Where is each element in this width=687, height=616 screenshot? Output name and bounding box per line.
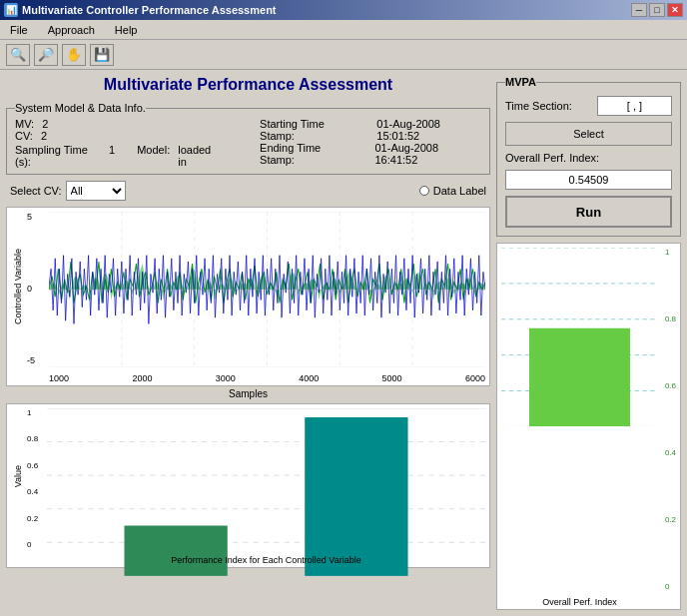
sampling-label: Sampling Time (s): (15, 144, 101, 168)
svg-rect-15 (124, 525, 227, 575)
x-axis-label: Samples (6, 388, 490, 399)
mv-label: MV: (15, 118, 34, 130)
toolbar: 🔍 🔎 ✋ 💾 (0, 40, 687, 70)
cv-label: CV: (15, 130, 33, 142)
title-bar: 📊 Multivariate Controller Performance As… (0, 0, 687, 20)
close-button[interactable]: ✕ (667, 3, 683, 17)
maximize-button[interactable]: □ (649, 3, 665, 17)
cv-value: 2 (41, 130, 47, 142)
menu-help[interactable]: Help (109, 22, 144, 38)
model-label: Model: (137, 144, 170, 168)
y-tick-0: 0 (27, 284, 47, 294)
select-button[interactable]: Select (505, 122, 672, 146)
main-chart: Controlled Variable 5 0 -5 (6, 207, 490, 386)
minimize-button[interactable]: ─ (631, 3, 647, 17)
page-title: Multivariate Performance Assessment (6, 76, 490, 94)
pan-button[interactable]: ✋ (62, 44, 86, 66)
bar-chart-svg: 1 2 (47, 408, 485, 576)
system-model-legend: System Model & Data Info. (15, 102, 146, 114)
starting-value: 01-Aug-2008 15:01:52 (376, 118, 481, 142)
menu-bar: File Approach Help (0, 20, 687, 40)
x-tick-2000: 2000 (132, 373, 152, 383)
mvpa-legend: MVPA (505, 76, 536, 88)
bar-chart: Value 1 0.8 0.6 0.4 0.2 0 (6, 403, 490, 568)
overall-perf-value[interactable] (505, 170, 672, 190)
y-tick-neg5: -5 (27, 355, 47, 365)
cv-select-label: Select CV: (10, 185, 62, 197)
app-icon: 📊 (4, 3, 18, 17)
x-tick-1000: 1000 (49, 373, 69, 383)
sampling-value: 1 (109, 144, 115, 168)
overall-chart-xlabel: Overall Perf. Index (501, 597, 658, 607)
mvpa-box: MVPA Time Section: Select Overall Perf. … (496, 76, 681, 237)
zoom-in-button[interactable]: 🔍 (6, 44, 30, 66)
time-section-label: Time Section: (505, 100, 572, 112)
x-tick-4000: 4000 (299, 373, 319, 383)
data-label-radio[interactable] (419, 186, 429, 196)
overall-perf-label: Overall Perf. Index: (505, 152, 599, 164)
menu-approach[interactable]: Approach (42, 22, 101, 38)
model-value: loaded in (178, 144, 220, 168)
time-section-input[interactable] (597, 96, 672, 116)
cv-dropdown[interactable]: All (66, 181, 126, 201)
overall-chart-svg (501, 248, 658, 426)
run-button[interactable]: Run (505, 196, 672, 228)
bar-y-axis-label: Value (13, 465, 23, 487)
ending-label: Ending Time Stamp: (260, 142, 355, 166)
overall-chart: 1 0.8 0.6 0.4 0.2 0 Overall Perf. Inde (496, 243, 681, 610)
mv-value: 2 (42, 118, 48, 130)
window-title: Multivariate Controller Performance Asse… (22, 4, 277, 16)
save-button[interactable]: 💾 (90, 44, 114, 66)
x-tick-3000: 3000 (216, 373, 236, 383)
y-tick-5: 5 (27, 212, 47, 222)
y-axis-label: Controlled Variable (13, 249, 23, 324)
svg-rect-16 (305, 417, 407, 576)
ending-value: 01-Aug-2008 16:41:52 (374, 142, 481, 166)
x-tick-6000: 6000 (465, 373, 485, 383)
zoom-out-button[interactable]: 🔎 (34, 44, 58, 66)
x-tick-5000: 5000 (382, 373, 402, 383)
svg-rect-25 (529, 328, 630, 427)
bar-chart-xlabel: Performance Index for Each Controlled Va… (47, 555, 485, 565)
starting-label: Starting Time Stamp: (260, 118, 357, 142)
system-model-box: System Model & Data Info. MV: 2 CV: 2 Sa… (6, 102, 490, 175)
menu-file[interactable]: File (4, 22, 34, 38)
time-series-svg (49, 212, 485, 367)
data-label-text: Data Label (433, 185, 486, 197)
